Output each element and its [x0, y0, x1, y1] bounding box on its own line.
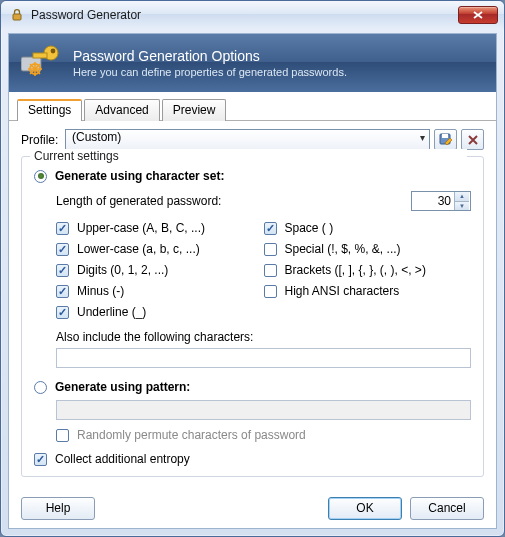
uppercase-label: Upper-case (A, B, C, ...): [77, 221, 205, 235]
window: Password Generator Password Gene: [0, 0, 505, 537]
entropy-checkbox[interactable]: [34, 453, 47, 466]
lowercase-label: Lower-case (a, b, c, ...): [77, 242, 200, 256]
spinner-up[interactable]: ▲: [455, 192, 469, 202]
titlebar: Password Generator: [1, 1, 504, 29]
brackets-label: Brackets ([, ], {, }, (, ), <, >): [285, 263, 426, 277]
charset-options: Length of generated password: ▲ ▼ Upper-…: [34, 191, 471, 368]
svg-rect-4: [33, 53, 47, 58]
disk-pencil-icon: [439, 133, 453, 147]
tab-body: Profile: (Custom) Current settings Gener…: [9, 121, 496, 488]
current-settings-group: Current settings Generate using characte…: [21, 156, 484, 477]
save-profile-button[interactable]: [434, 129, 457, 150]
pattern-block: Generate using pattern: Randomly permute…: [34, 380, 471, 442]
underline-label: Underline (_): [77, 305, 146, 319]
length-spinner[interactable]: ▲ ▼: [411, 191, 471, 211]
special-label: Special (!, $, %, &, ...): [285, 242, 401, 256]
tab-advanced[interactable]: Advanced: [84, 99, 159, 121]
banner-title: Password Generation Options: [73, 48, 347, 64]
svg-rect-7: [442, 134, 448, 138]
spinner-down[interactable]: ▼: [455, 202, 469, 211]
close-icon: [473, 11, 483, 19]
lock-icon: [9, 7, 25, 23]
underline-checkbox[interactable]: [56, 306, 69, 319]
highansi-checkbox[interactable]: [264, 285, 277, 298]
current-settings-legend: Current settings: [30, 149, 467, 159]
profile-value: (Custom): [72, 130, 121, 144]
tab-settings[interactable]: Settings: [17, 99, 82, 121]
pattern-input[interactable]: [56, 400, 471, 420]
footer: Help OK Cancel: [9, 488, 496, 528]
pattern-radio[interactable]: [34, 381, 47, 394]
help-button[interactable]: Help: [21, 497, 95, 520]
charset-radio-label: Generate using character set:: [55, 169, 224, 183]
content: Password Generation Options Here you can…: [8, 33, 497, 529]
key-icon: [21, 43, 61, 83]
profile-select[interactable]: (Custom): [65, 129, 430, 150]
entropy-label: Collect additional entropy: [55, 452, 190, 466]
close-button[interactable]: [458, 6, 498, 24]
charset-radio[interactable]: [34, 170, 47, 183]
pattern-radio-label: Generate using pattern:: [55, 380, 190, 394]
delete-profile-button[interactable]: [461, 129, 484, 150]
also-include-input[interactable]: [56, 348, 471, 368]
minus-label: Minus (-): [77, 284, 124, 298]
ok-button[interactable]: OK: [328, 497, 402, 520]
tab-preview[interactable]: Preview: [162, 99, 227, 121]
space-label: Space ( ): [285, 221, 334, 235]
tab-bar: Settings Advanced Preview: [9, 92, 496, 121]
spinner-buttons: ▲ ▼: [454, 192, 469, 210]
digits-checkbox[interactable]: [56, 264, 69, 277]
charset-radio-row: Generate using character set:: [34, 169, 471, 183]
banner-subtitle: Here you can define properties of genera…: [73, 66, 347, 78]
lowercase-checkbox[interactable]: [56, 243, 69, 256]
highansi-label: High ANSI characters: [285, 284, 400, 298]
special-checkbox[interactable]: [264, 243, 277, 256]
digits-label: Digits (0, 1, 2, ...): [77, 263, 168, 277]
profile-label: Profile:: [21, 133, 65, 147]
banner-text: Password Generation Options Here you can…: [73, 48, 347, 78]
brackets-checkbox[interactable]: [264, 264, 277, 277]
banner: Password Generation Options Here you can…: [9, 34, 496, 92]
length-input[interactable]: [412, 192, 454, 210]
delete-icon: [467, 134, 479, 146]
minus-checkbox[interactable]: [56, 285, 69, 298]
space-checkbox[interactable]: [264, 222, 277, 235]
cancel-button[interactable]: Cancel: [410, 497, 484, 520]
also-include-label: Also include the following characters:: [56, 330, 471, 344]
window-title: Password Generator: [31, 8, 458, 22]
profile-row: Profile: (Custom): [21, 129, 484, 150]
svg-point-3: [51, 49, 56, 54]
permute-checkbox[interactable]: [56, 429, 69, 442]
length-label: Length of generated password:: [56, 194, 411, 208]
permute-label: Randomly permute characters of password: [77, 428, 306, 442]
uppercase-checkbox[interactable]: [56, 222, 69, 235]
svg-rect-0: [13, 14, 21, 20]
